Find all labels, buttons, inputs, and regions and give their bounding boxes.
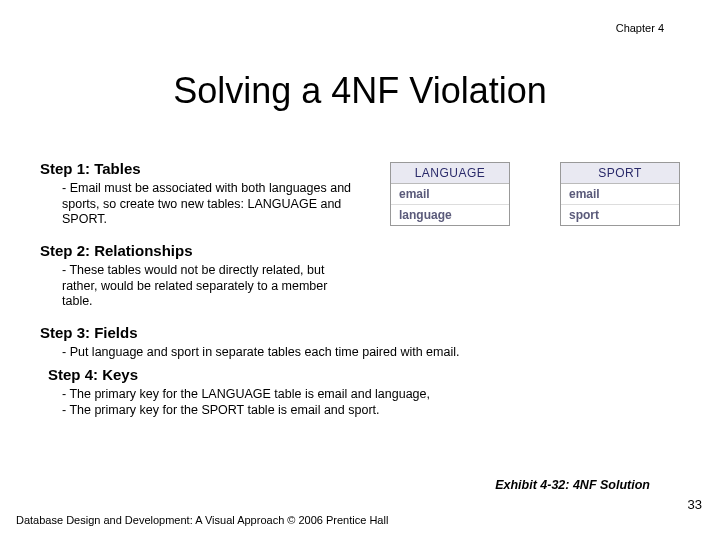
step4-heading: Step 4: Keys (48, 366, 680, 383)
language-table: LANGUAGE email language (390, 162, 510, 226)
tables-wrap: LANGUAGE email language SPORT email spor… (390, 162, 680, 226)
step1-body: - Email must be associated with both lan… (62, 181, 352, 228)
slide-title: Solving a 4NF Violation (0, 70, 720, 112)
step2-body: - These tables would not be directly rel… (62, 263, 352, 310)
step2-heading: Step 2: Relationships (40, 242, 680, 259)
page-number: 33 (688, 497, 702, 512)
sport-table-row: email (561, 184, 679, 205)
chapter-label: Chapter 4 (616, 22, 664, 34)
exhibit-label: Exhibit 4-32: 4NF Solution (495, 478, 650, 492)
language-table-header: LANGUAGE (391, 163, 509, 184)
step3-body: - Put language and sport in separate tab… (62, 345, 522, 361)
sport-table: SPORT email sport (560, 162, 680, 226)
sport-table-row: sport (561, 205, 679, 225)
footer-left: Database Design and Development: A Visua… (16, 514, 388, 526)
step4-line2: - The primary key for the SPORT table is… (62, 403, 522, 419)
language-table-row: email (391, 184, 509, 205)
slide: Chapter 4 Solving a 4NF Violation Step 1… (0, 0, 720, 540)
language-table-row: language (391, 205, 509, 225)
step4-line1: - The primary key for the LANGUAGE table… (62, 387, 522, 403)
sport-table-header: SPORT (561, 163, 679, 184)
step3-heading: Step 3: Fields (40, 324, 680, 341)
